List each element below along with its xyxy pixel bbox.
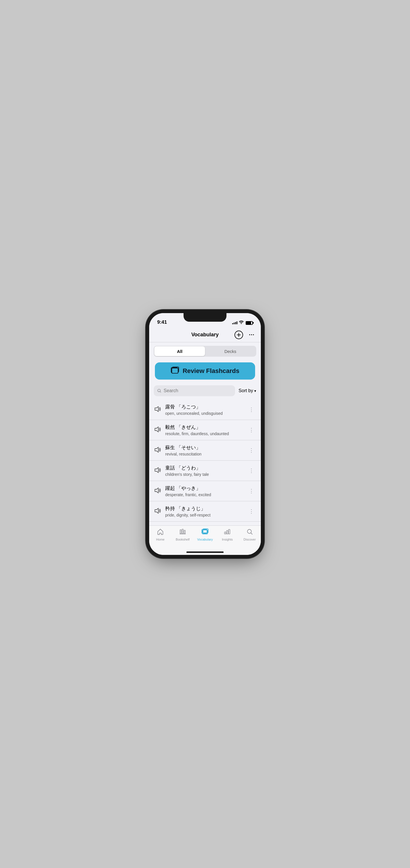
tab-vocabulary-label: Vocabulary xyxy=(197,538,213,541)
signal-icon xyxy=(232,321,238,324)
word-more-button[interactable]: ⋮ xyxy=(247,507,256,516)
search-icon xyxy=(157,389,161,393)
more-button[interactable]: ··· xyxy=(247,330,256,339)
home-indicator-bar xyxy=(186,552,224,553)
vocabulary-icon xyxy=(201,529,209,536)
status-icons xyxy=(232,320,253,325)
notch xyxy=(184,313,226,322)
sound-icon[interactable] xyxy=(154,507,161,515)
nav-actions: ··· xyxy=(234,330,256,339)
word-japanese: 露骨 「ろこつ」 xyxy=(165,404,243,410)
svg-rect-16 xyxy=(182,529,183,534)
sound-icon[interactable] xyxy=(154,487,161,495)
add-button[interactable] xyxy=(234,331,243,339)
svg-marker-12 xyxy=(155,508,158,513)
chevron-down-icon: ▾ xyxy=(254,389,256,393)
status-time: 9:41 xyxy=(157,319,167,325)
word-more-button[interactable]: ⋮ xyxy=(247,466,256,475)
list-item: 誇る 「ほこる」 to be proud of, to take pride i… xyxy=(149,521,261,525)
word-english: children's story, fairy tale xyxy=(165,472,243,477)
tab-decks[interactable]: Decks xyxy=(205,346,256,356)
tab-insights-label: Insights xyxy=(222,538,233,541)
sound-icon[interactable] xyxy=(154,446,161,454)
insights-icon xyxy=(224,529,231,536)
svg-marker-10 xyxy=(155,467,158,473)
list-item: 蘇生 「そせい」 revival, resuscitation ⋮ xyxy=(149,440,261,460)
word-english: resolute, firm, dauntless, undaunted xyxy=(165,431,243,436)
word-more-button[interactable]: ⋮ xyxy=(247,426,256,434)
word-japanese: 童話 「どうわ」 xyxy=(165,465,243,471)
sound-icon[interactable] xyxy=(154,406,161,414)
nav-bar: Vocabulary ··· xyxy=(149,328,261,342)
word-content: 蘇生 「そせい」 revival, resuscitation xyxy=(165,444,243,456)
word-more-button[interactable]: ⋮ xyxy=(247,405,256,414)
phone-frame: 9:41 Vocabulary ··· xyxy=(149,313,261,555)
tab-vocabulary[interactable]: Vocabulary xyxy=(194,529,216,541)
list-item: 躍起 「やっき」 desperate, frantic, excited ⋮ xyxy=(149,481,261,501)
review-flashcards-icon xyxy=(171,366,179,376)
svg-rect-17 xyxy=(184,530,185,534)
word-japanese: 矜持 「きょうじ」 xyxy=(165,505,243,512)
battery-icon xyxy=(246,321,253,325)
tab-discover[interactable]: Discover xyxy=(239,529,261,541)
word-japanese: 毅然 「きぜん」 xyxy=(165,424,243,431)
tab-bookshelf[interactable]: Bookshelf xyxy=(171,529,194,541)
home-indicator xyxy=(149,549,261,555)
sort-label: Sort by xyxy=(239,388,253,393)
list-item: 毅然 「きぜん」 resolute, firm, dauntless, unda… xyxy=(149,420,261,440)
word-content: 毅然 「きぜん」 resolute, firm, dauntless, unda… xyxy=(165,424,243,436)
word-content: 童話 「どうわ」 children's story, fairy tale xyxy=(165,465,243,477)
search-sort-row: Sort by ▾ xyxy=(149,384,261,400)
word-english: pride, dignity, self-respect xyxy=(165,513,243,517)
list-item: 童話 「どうわ」 children's story, fairy tale ⋮ xyxy=(149,460,261,481)
word-content: 躍起 「やっき」 desperate, frantic, excited xyxy=(165,485,243,497)
review-btn-wrap: Review Flashcards xyxy=(149,361,261,384)
svg-rect-22 xyxy=(224,532,226,534)
svg-marker-11 xyxy=(155,488,158,493)
tab-home[interactable]: Home xyxy=(149,529,171,541)
word-english: desperate, frantic, excited xyxy=(165,492,243,497)
tab-bar: Home Bookshelf Vocabulary xyxy=(149,525,261,549)
word-content: 露骨 「ろこつ」 open, unconcealed, undisguised xyxy=(165,404,243,416)
tab-insights[interactable]: Insights xyxy=(216,529,239,541)
svg-rect-24 xyxy=(228,529,230,534)
svg-marker-9 xyxy=(155,447,158,452)
word-japanese: 蘇生 「そせい」 xyxy=(165,444,243,451)
bookshelf-icon xyxy=(179,529,186,536)
scroll-content[interactable]: All Decks Review Flashcards xyxy=(149,342,261,525)
word-english: revival, resuscitation xyxy=(165,452,243,456)
page-title: Vocabulary xyxy=(191,332,219,338)
svg-line-26 xyxy=(251,533,253,534)
review-flashcards-button[interactable]: Review Flashcards xyxy=(155,362,255,379)
list-item: 露骨 「ろこつ」 open, unconcealed, undisguised … xyxy=(149,400,261,420)
tab-bookshelf-label: Bookshelf xyxy=(176,538,190,541)
svg-rect-4 xyxy=(172,368,178,373)
list-item: 矜持 「きょうじ」 pride, dignity, self-respect ⋮ xyxy=(149,501,261,521)
tab-discover-label: Discover xyxy=(244,538,256,541)
sound-icon[interactable] xyxy=(154,426,161,434)
svg-rect-23 xyxy=(226,531,228,534)
svg-marker-7 xyxy=(155,406,158,412)
word-content: 矜持 「きょうじ」 pride, dignity, self-respect xyxy=(165,505,243,517)
review-flashcards-label: Review Flashcards xyxy=(183,367,239,375)
svg-marker-8 xyxy=(155,427,158,432)
word-more-button[interactable]: ⋮ xyxy=(247,446,256,455)
wifi-icon xyxy=(239,320,244,325)
discover-icon xyxy=(246,529,253,536)
tab-all[interactable]: All xyxy=(154,346,205,356)
word-list: 露骨 「ろこつ」 open, unconcealed, undisguised … xyxy=(149,400,261,525)
tab-home-label: Home xyxy=(156,538,164,541)
home-icon xyxy=(157,529,164,536)
word-japanese: 躍起 「やっき」 xyxy=(165,485,243,492)
search-box[interactable] xyxy=(154,385,235,396)
word-more-button[interactable]: ⋮ xyxy=(247,487,256,495)
search-input[interactable] xyxy=(164,388,232,393)
svg-line-6 xyxy=(160,391,161,392)
segment-control: All Decks xyxy=(154,346,256,356)
word-english: open, unconcealed, undisguised xyxy=(165,411,243,416)
sound-icon[interactable] xyxy=(154,467,161,475)
sort-by-button[interactable]: Sort by ▾ xyxy=(239,388,256,393)
svg-rect-15 xyxy=(180,530,181,534)
